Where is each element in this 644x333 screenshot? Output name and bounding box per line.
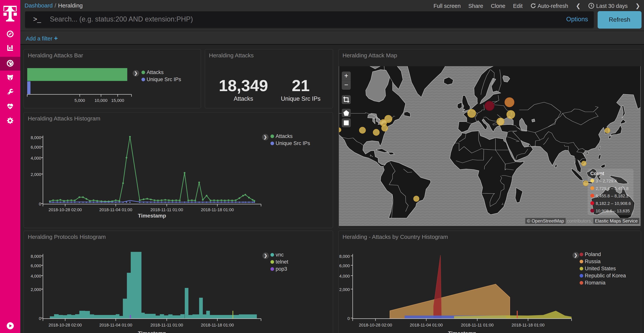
svg-text:0: 0 [39,316,41,321]
svg-text:2,000: 2,000 [339,287,350,292]
svg-text:4,000: 4,000 [339,274,350,278]
svg-text:2018-11-18 01:00: 2018-11-18 01:00 [201,323,234,327]
svg-text:2,000: 2,000 [31,172,41,177]
svg-text:2018-10-28 02:00: 2018-10-28 02:00 [359,323,392,327]
svg-text:2,000: 2,000 [31,287,41,292]
svg-text:0: 0 [39,202,41,206]
svg-text:8,000: 8,000 [31,254,41,259]
svg-text:6,000: 6,000 [31,145,41,150]
svg-text:5,000: 5,000 [74,98,85,103]
svg-text:8,000: 8,000 [339,254,350,259]
svg-text:4,000: 4,000 [31,274,41,278]
svg-text:6,000: 6,000 [339,263,350,268]
svg-text:Timestamp: Timestamp [448,330,476,333]
svg-text:6,000: 6,000 [31,263,41,268]
svg-text:8,000: 8,000 [31,135,41,140]
svg-text:2018-10-28 02:00: 2018-10-28 02:00 [48,323,82,327]
svg-text:2018-11-11 01:00: 2018-11-11 01:00 [461,323,494,327]
svg-text:15,000: 15,000 [111,98,124,103]
svg-text:4,000: 4,000 [31,156,41,161]
svg-text:2018-10-28 02:00: 2018-10-28 02:00 [48,207,82,212]
svg-text:2018-11-04 01:00: 2018-11-04 01:00 [99,323,132,327]
svg-text:2018-11-04 01:00: 2018-11-04 01:00 [99,207,132,212]
svg-text:2018-11-11 01:00: 2018-11-11 01:00 [150,323,183,327]
svg-text:0: 0 [348,316,350,321]
svg-text:10,000: 10,000 [94,98,107,103]
svg-text:Timestamp: Timestamp [138,330,166,333]
svg-text:2018-11-04 01:00: 2018-11-04 01:00 [410,323,443,327]
svg-text:Timestamp: Timestamp [138,213,166,219]
svg-text:2018-11-11 01:00: 2018-11-11 01:00 [150,207,183,212]
svg-text:2018-11-18 01:00: 2018-11-18 01:00 [512,323,544,327]
svg-text:2018-11-18 01:00: 2018-11-18 01:00 [201,207,234,212]
